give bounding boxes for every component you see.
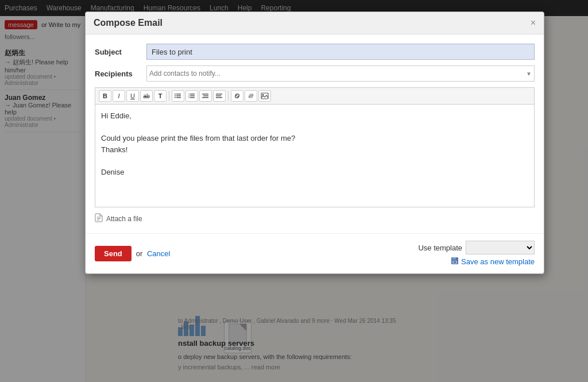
attach-file-row[interactable]: Attach a file [95, 213, 535, 224]
compose-email-modal: Compose Email × Subject Recipients ▼ B I… [85, 11, 544, 274]
template-select[interactable] [466, 241, 535, 254]
recipients-label: Recipients [95, 70, 146, 78]
unordered-list-button[interactable] [172, 90, 184, 102]
link-button[interactable] [231, 90, 243, 102]
cancel-link[interactable]: Cancel [147, 249, 170, 258]
svg-rect-17 [216, 97, 222, 98]
use-template-label: Use template [418, 244, 462, 252]
unlink-button[interactable] [245, 90, 257, 102]
svg-rect-6 [190, 94, 195, 95]
svg-rect-0 [176, 94, 181, 95]
italic-button[interactable]: I [113, 90, 125, 102]
font-size-button[interactable]: T [154, 90, 167, 102]
svg-rect-15 [216, 94, 222, 95]
underline-button[interactable]: U [126, 90, 139, 102]
svg-rect-1 [176, 95, 181, 97]
subject-input[interactable] [146, 44, 535, 60]
svg-rect-8 [190, 97, 195, 98]
svg-rect-2 [176, 97, 181, 98]
recipients-input[interactable] [149, 70, 526, 78]
modal-close-button[interactable]: × [531, 18, 536, 28]
svg-point-5 [175, 97, 176, 98]
ordered-list-button[interactable]: 1 2 3 [185, 90, 198, 102]
image-button[interactable] [258, 90, 271, 102]
send-button[interactable]: Send [95, 246, 131, 261]
svg-rect-27 [454, 261, 456, 263]
body-line-2 [101, 122, 528, 133]
body-line-6: Denise [101, 167, 528, 178]
body-line-3: Could you please print the files from th… [101, 133, 528, 144]
modal-header: Compose Email × [86, 12, 544, 34]
attach-icon [95, 213, 103, 224]
recipients-dropdown-icon[interactable]: ▼ [526, 71, 532, 77]
bold-button[interactable]: B [99, 90, 111, 102]
or-text: or Cancel [136, 249, 171, 258]
strikethrough-button[interactable]: ab [140, 90, 153, 102]
body-line-1: Hi Eddie, [101, 110, 528, 122]
svg-point-4 [175, 95, 176, 97]
svg-point-3 [175, 94, 176, 95]
svg-rect-25 [452, 257, 456, 260]
svg-rect-12 [202, 94, 208, 95]
modal-footer: Send or Cancel Use template [86, 233, 544, 273]
editor-toolbar: B I U ab T 1 [95, 87, 535, 104]
recipients-row: Recipients ▼ [95, 65, 535, 82]
modal-body: Subject Recipients ▼ B I U ab T [86, 34, 544, 233]
modal-title: Compose Email [94, 18, 163, 28]
attach-label: Attach a file [106, 215, 142, 223]
svg-point-20 [262, 94, 264, 96]
indent-button[interactable] [199, 90, 212, 102]
body-line-4: Thanks! [101, 144, 528, 156]
svg-rect-7 [190, 95, 195, 97]
outdent-button[interactable] [213, 90, 226, 102]
toolbar-separator-2 [228, 91, 229, 101]
svg-rect-13 [203, 95, 208, 97]
svg-text:3: 3 [188, 96, 190, 99]
footer-right: Use template Save as new template [418, 241, 535, 267]
email-body-editor[interactable]: Hi Eddie, Could you please print the fil… [95, 104, 535, 207]
body-line-5 [101, 155, 528, 167]
svg-rect-16 [216, 95, 221, 97]
template-row: Use template [418, 241, 535, 254]
save-icon [451, 257, 459, 267]
save-template-link[interactable]: Save as new template [451, 257, 535, 267]
save-template-label: Save as new template [461, 257, 535, 266]
toolbar-separator-1 [169, 91, 169, 101]
subject-row: Subject [95, 44, 535, 60]
svg-rect-14 [202, 97, 208, 98]
footer-left: Send or Cancel [95, 246, 170, 261]
subject-label: Subject [95, 48, 146, 56]
recipients-wrapper: ▼ [146, 65, 535, 82]
